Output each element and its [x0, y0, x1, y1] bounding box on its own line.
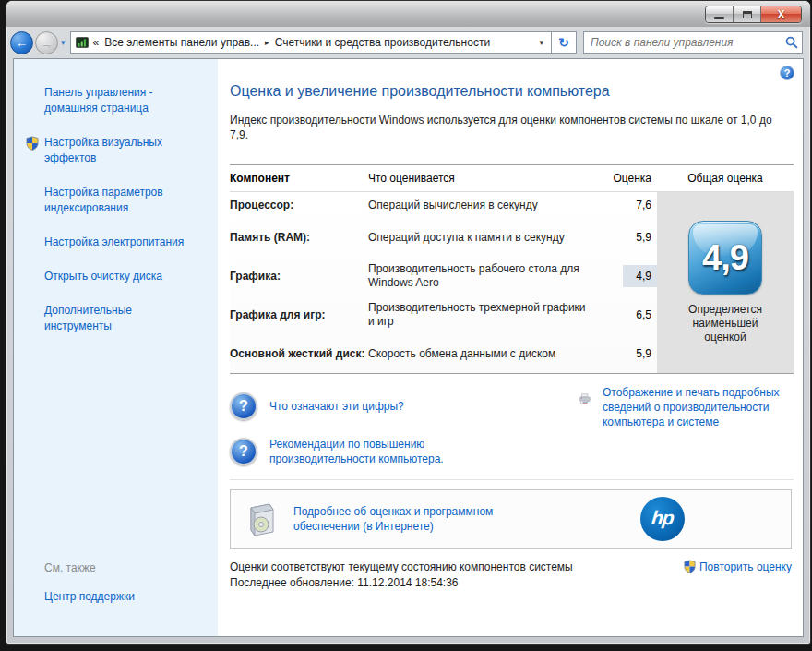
uac-shield-icon — [683, 560, 697, 573]
component-measure: Производительность рабочего стола для Wi… — [368, 262, 592, 290]
component-score: 5,9 — [623, 343, 657, 365]
address-dropdown-icon[interactable]: ▾ — [536, 38, 546, 47]
close-icon: X — [777, 8, 784, 21]
component-score: 7,6 — [623, 194, 657, 216]
back-icon: ← — [16, 36, 28, 50]
base-score-badge: 4,9 — [688, 221, 762, 295]
refresh-button[interactable]: ↻ — [552, 31, 577, 54]
recent-pages-chevron-icon[interactable]: ▾ — [61, 38, 66, 47]
sidebar-item-label: Настройка визуальных эффектов — [44, 136, 162, 164]
navigation-bar: ← → ▾ « Все элементы панели управ... ▸ С… — [6, 27, 810, 58]
sidebar-item-indexing-options[interactable]: Настройка параметров индексирования — [44, 185, 199, 216]
table-row: Графика: Производительность рабочего сто… — [230, 257, 657, 295]
base-score-value: 4,9 — [702, 238, 748, 278]
forward-icon: → — [41, 36, 53, 50]
sidebar-item-power-settings[interactable]: Настройка электропитания — [44, 235, 199, 250]
sidebar-spacer — [44, 353, 209, 561]
component-name: Графика: — [230, 270, 368, 283]
help-links-right: Отображение и печать подробных сведений … — [579, 385, 794, 466]
header-measure: Что оценивается — [368, 172, 592, 185]
software-box-icon — [245, 500, 279, 537]
performance-monitor-icon — [76, 36, 89, 49]
score-status-text: Оценки соответствуют текущему состоянию … — [230, 560, 573, 575]
component-name: Память (RAM): — [230, 231, 368, 244]
component-score: 5,9 — [623, 226, 657, 248]
component-measure: Производительность трехмерной графики и … — [368, 301, 592, 329]
intro-text: Индекс производительности Windows исполь… — [230, 113, 791, 142]
component-measure: Операций вычисления в секунду — [368, 199, 538, 212]
sidebar: Панель управления - домашняя страница — [14, 59, 218, 636]
component-name: Процессор: — [230, 199, 368, 211]
refresh-icon: ↻ — [558, 35, 569, 50]
table-row: Память (RAM): Операций доступа к памяти … — [230, 218, 657, 257]
header-score: Оценка — [592, 172, 657, 185]
what-numbers-link[interactable]: Что означают эти цифры? — [269, 399, 404, 414]
last-update-text: Последнее обновление: 11.12.2014 18:54:3… — [230, 575, 573, 591]
what-numbers-item: ? Что означают эти цифры? — [230, 392, 579, 420]
component-measure: Операций доступа к памяти в секунду — [368, 231, 565, 245]
minimize-icon — [714, 17, 724, 19]
search-box — [583, 31, 803, 54]
question-icon[interactable]: ? — [230, 438, 257, 465]
rerun-assessment[interactable]: Повторить оценку — [683, 560, 792, 591]
forward-button[interactable]: → — [35, 31, 58, 54]
search-icon[interactable] — [785, 36, 798, 49]
table-row: Графика для игр: Производительность трех… — [230, 295, 657, 334]
header-overall: Общая оценка — [657, 172, 794, 185]
sidebar-item-action-center[interactable]: Центр поддержки — [44, 589, 199, 605]
hp-logo: hp — [640, 497, 685, 541]
breadcrumb-overflow[interactable]: « — [93, 36, 100, 49]
see-also-heading: См. также — [44, 561, 209, 574]
search-input[interactable] — [591, 36, 785, 49]
back-button[interactable]: ← — [10, 31, 33, 54]
table-header: Компонент Что оценивается Оценка Общая о… — [230, 165, 794, 192]
title-bar[interactable]: X — [6, 1, 810, 27]
uac-shield-icon — [25, 136, 40, 151]
caption-buttons: X — [705, 6, 802, 23]
oem-info-box: Подробнее об оценках и программном обесп… — [230, 489, 792, 549]
print-details-link[interactable]: Отображение и печать подробных сведений … — [603, 385, 794, 429]
breadcrumb-separator-icon[interactable]: ▸ — [265, 38, 269, 47]
learn-more-link[interactable]: Подробнее об оценках и программном обесп… — [293, 504, 524, 534]
table-row: Основной жесткий диск: Скорость обмена д… — [230, 334, 657, 373]
printer-icon — [579, 385, 591, 413]
base-score-caption: Определяется наименьшей оценкой — [674, 303, 777, 344]
recommendations-link[interactable]: Рекомендации по повышению производительн… — [269, 437, 482, 466]
component-name: Графика для игр: — [230, 308, 368, 321]
help-icon[interactable]: ? — [780, 66, 794, 80]
component-measure: Скорость обмена данными с диском — [368, 347, 555, 361]
close-button[interactable]: X — [761, 6, 801, 22]
rerun-assessment-link[interactable]: Повторить оценку — [699, 560, 792, 574]
sidebar-item-visual-effects[interactable]: Настройка визуальных эффектов — [44, 135, 199, 166]
question-icon[interactable]: ? — [230, 392, 257, 420]
address-bar[interactable]: « Все элементы панели управ... ▸ Счетчик… — [70, 31, 552, 54]
component-score-lowest: 4,9 — [623, 265, 657, 287]
table-row: Процессор: Операций вычисления в секунду… — [230, 192, 657, 218]
help-links-left: ? Что означают эти цифры? ? Рекомендации… — [230, 385, 579, 466]
sidebar-item-disk-cleanup[interactable]: Открыть очистку диска — [44, 269, 199, 284]
component-name: Основной жесткий диск: — [230, 347, 368, 360]
help-links-section: ? Что означают эти цифры? ? Рекомендации… — [230, 385, 794, 480]
page-title: Оценка и увеличение производительности к… — [230, 83, 794, 100]
recommendations-item: ? Рекомендации по повышению производител… — [230, 437, 579, 466]
sidebar-item-advanced-tools[interactable]: Дополнительные инструменты — [44, 303, 199, 334]
table-rows: Процессор: Операций вычисления в секунду… — [230, 192, 657, 373]
performance-table: Компонент Что оценивается Оценка Общая о… — [230, 164, 794, 374]
main-content: ? Оценка и увеличение производительности… — [218, 59, 803, 636]
explorer-window: X ← → ▾ « Все элементы панели управ... ▸… — [6, 0, 811, 645]
minimize-button[interactable] — [706, 6, 734, 22]
hp-logo-text: hp — [651, 507, 675, 532]
overall-score-cell: 4,9 Определяется наименьшей оценкой — [657, 192, 794, 373]
maximize-button[interactable] — [734, 6, 761, 22]
maximize-icon — [743, 11, 752, 18]
breadcrumb-root[interactable]: Все элементы панели управ... — [104, 36, 259, 49]
footer: Оценки соответствуют текущему состоянию … — [230, 560, 794, 591]
sidebar-item-control-panel-home[interactable]: Панель управления - домашняя страница — [44, 85, 199, 116]
client-area: Панель управления - домашняя страница — [13, 58, 804, 637]
component-score: 6,5 — [623, 304, 657, 326]
breadcrumb-current[interactable]: Счетчики и средства производительности — [275, 36, 490, 49]
header-component: Компонент — [230, 172, 368, 185]
